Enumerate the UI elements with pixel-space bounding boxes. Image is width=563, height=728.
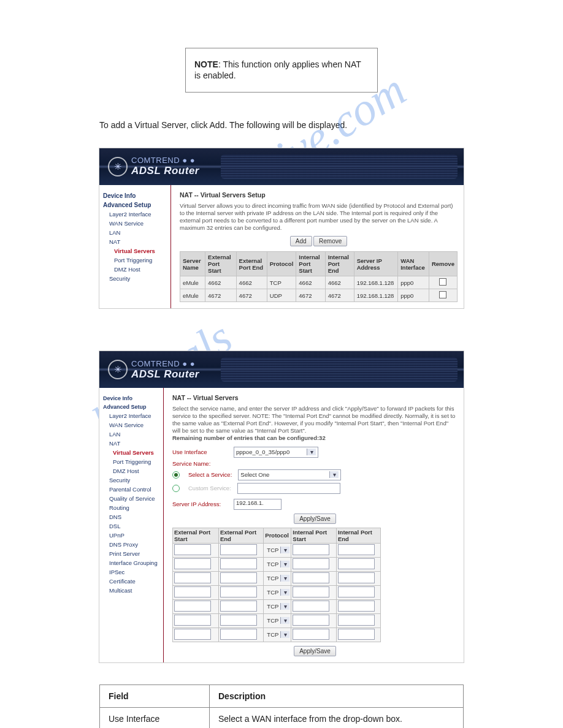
use-interface-select[interactable]: pppoe_0_0_35/ppp0▾ (234, 447, 318, 458)
sidebar-dmz-host[interactable]: DMZ Host (103, 265, 170, 274)
sidebar-upnp[interactable]: UPnP (103, 531, 163, 540)
gear-icon: ✳ (108, 157, 128, 176)
sidebar-ipsec[interactable]: IPSec (103, 567, 163, 577)
sidebar-lan[interactable]: LAN (103, 228, 170, 237)
select-service-label: Select a Service: (188, 471, 232, 478)
chevron-down-icon[interactable]: ▾ (280, 617, 289, 624)
remove-checkbox[interactable] (439, 278, 446, 286)
chevron-down-icon: ▾ (329, 471, 339, 478)
sidebar-dsl[interactable]: DSL (103, 521, 163, 531)
screenshot-virtual-servers-list: ✳ COMTREND ● ● ADSL Router Device Info A… (99, 148, 464, 309)
chevron-down-icon[interactable]: ▾ (280, 603, 289, 610)
port-entry-table: External Port Start External Port End Pr… (172, 528, 381, 642)
sidebar-advanced-setup[interactable]: Advanced Setup (103, 403, 163, 411)
use-interface-label: Use Interface (172, 449, 228, 455)
sidebar-device-info[interactable]: Device Info (103, 191, 170, 200)
note-label: NOTE (194, 59, 218, 69)
server-ip-label: Server IP Address: (172, 501, 228, 507)
chevron-down-icon[interactable]: ▾ (280, 561, 289, 567)
sidebar-dns-proxy[interactable]: DNS Proxy (103, 540, 163, 549)
custom-service-label: Custom Service: (188, 485, 231, 491)
sidebar: Device Info Advanced Setup Layer2 Interf… (99, 185, 171, 309)
virtual-servers-table: Server Name External Port Start External… (180, 251, 458, 302)
chevron-down-icon: ▾ (307, 449, 316, 455)
sidebar-wan-service[interactable]: WAN Service (103, 420, 163, 430)
sidebar-security[interactable]: Security (103, 274, 170, 283)
screenshot-virtual-servers-add: ✳ COMTREND ● ● ADSL Router Device Info A… (99, 351, 464, 662)
table-row: TCP▾ (173, 557, 381, 571)
note-box: NOTE: This function only applies when NA… (185, 48, 378, 93)
sidebar-port-triggering[interactable]: Port Triggering (103, 256, 170, 265)
sidebar-lan[interactable]: LAN (103, 430, 163, 439)
sidebar-nat[interactable]: NAT (103, 237, 170, 246)
sidebar-certificate[interactable]: Certificate (103, 577, 163, 586)
sidebar-layer2[interactable]: Layer2 Interface (103, 210, 170, 219)
table-row: TCP▾ (173, 543, 381, 557)
note-text: : This function only applies when NAT is… (194, 59, 361, 80)
sidebar-security[interactable]: Security (103, 476, 163, 485)
sidebar-port-triggering[interactable]: Port Triggering (103, 457, 163, 466)
field-description-table: FieldDescription Use InterfaceSelect a W… (99, 684, 464, 728)
table-row: TCP▾ (173, 599, 381, 613)
table-row: TCP▾ (173, 571, 381, 585)
sidebar-device-info[interactable]: Device Info (103, 394, 163, 403)
remove-checkbox[interactable] (439, 291, 446, 298)
add-button[interactable]: Add (290, 236, 312, 246)
table-row: TCP▾ (173, 628, 381, 642)
custom-service-radio[interactable] (172, 485, 180, 492)
select-service-radio[interactable] (172, 471, 180, 479)
table-row: TCP▾ (173, 613, 381, 628)
sidebar-nat[interactable]: NAT (103, 439, 163, 448)
sidebar-multicast[interactable]: Multicast (103, 586, 163, 595)
chevron-down-icon[interactable]: ▾ (280, 589, 289, 596)
sidebar-wan-service[interactable]: WAN Service (103, 219, 170, 228)
table-row: eMule46624662TCP46624662192.168.1.128ppp… (180, 276, 458, 289)
brand-text: COMTREND ● ● ADSL Router (131, 359, 199, 381)
apply-save-button-top[interactable]: Apply/Save (294, 514, 336, 524)
table-row: eMule46724672UDP46724672192.168.1.128ppp… (180, 289, 458, 302)
sidebar-parental-control[interactable]: Parental Control (103, 485, 163, 494)
server-ip-input[interactable]: 192.168.1. (234, 499, 282, 510)
sidebar-virtual-servers[interactable]: Virtual Servers (103, 448, 163, 457)
select-service-dropdown[interactable]: Select One▾ (238, 469, 341, 480)
sidebar-print-server[interactable]: Print Server (103, 549, 163, 558)
section-desc: Select the service name, and enter the s… (172, 405, 458, 441)
banner: ✳ COMTREND ● ● ADSL Router (99, 351, 464, 388)
table-row: TCP▾ (173, 585, 381, 599)
sidebar-dmz-host[interactable]: DMZ Host (103, 466, 163, 476)
service-name-label: Service Name: (172, 460, 210, 467)
sidebar: Device Info Advanced Setup Layer2 Interf… (99, 388, 164, 662)
gear-icon: ✳ (108, 360, 128, 379)
sidebar-qos[interactable]: Quality of Service (103, 494, 163, 503)
section-title: NAT -- Virtual Servers Setup (180, 191, 458, 199)
sidebar-interface-grouping[interactable]: Interface Grouping (103, 558, 163, 567)
section-title: NAT -- Virtual Servers (172, 394, 458, 401)
remove-button[interactable]: Remove (313, 236, 347, 246)
chevron-down-icon[interactable]: ▾ (280, 575, 289, 582)
sidebar-advanced-setup[interactable]: Advanced Setup (103, 200, 170, 210)
chevron-down-icon[interactable]: ▾ (280, 631, 289, 638)
custom-service-input[interactable] (237, 483, 340, 494)
apply-save-button-bottom[interactable]: Apply/Save (294, 646, 336, 656)
section-desc: Virtual Server allows you to direct inco… (180, 202, 458, 232)
sidebar-virtual-servers[interactable]: Virtual Servers (103, 246, 170, 256)
banner: ✳ COMTREND ● ● ADSL Router (99, 148, 464, 185)
brand-text: COMTREND ● ● ADSL Router (131, 156, 199, 177)
sidebar-layer2[interactable]: Layer2 Interface (103, 411, 163, 420)
sidebar-routing[interactable]: Routing (103, 503, 163, 512)
sidebar-dns[interactable]: DNS (103, 512, 163, 521)
chevron-down-icon[interactable]: ▾ (280, 547, 289, 553)
intro-text: To add a Virtual Server, click Add. The … (99, 119, 464, 131)
